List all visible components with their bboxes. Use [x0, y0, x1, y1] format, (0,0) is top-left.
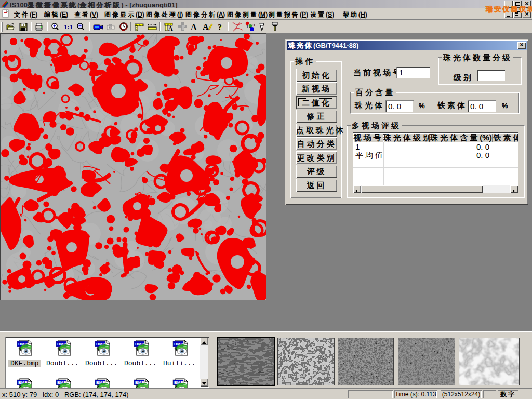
- svg-text:1: 1: [246, 24, 249, 29]
- svg-text:2: 2: [249, 24, 252, 29]
- svg-text:A: A: [203, 22, 209, 31]
- svg-text:3: 3: [252, 23, 255, 28]
- svg-text:A: A: [168, 25, 173, 32]
